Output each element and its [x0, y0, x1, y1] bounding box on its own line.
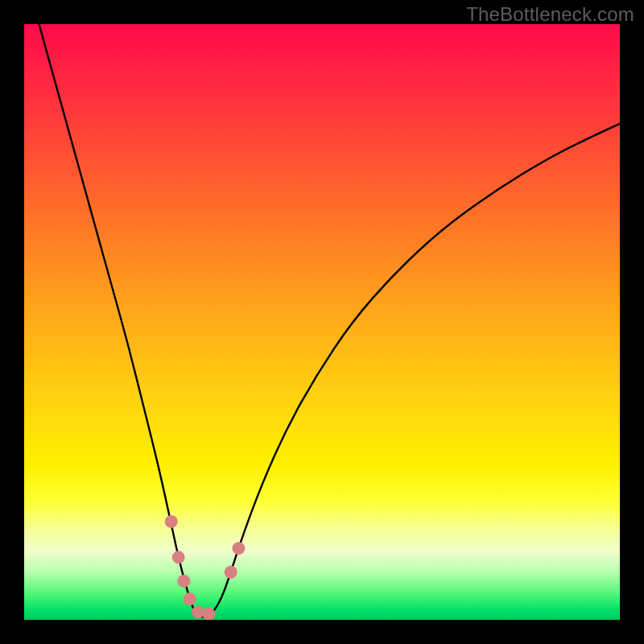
data-marker: [177, 575, 190, 588]
data-marker: [202, 608, 215, 620]
curve-layer: [24, 24, 620, 620]
plot-area: [24, 24, 620, 620]
data-marker: [192, 605, 204, 618]
data-marker: [232, 542, 245, 555]
data-marker: [172, 551, 185, 564]
bottleneck-curve: [39, 24, 621, 617]
data-marker: [225, 566, 237, 579]
data-marker: [184, 592, 196, 605]
markers-group: [165, 515, 246, 620]
data-marker: [165, 515, 178, 528]
watermark-text: TheBottleneck.com: [466, 3, 634, 26]
chart-frame: TheBottleneck.com: [0, 0, 644, 644]
